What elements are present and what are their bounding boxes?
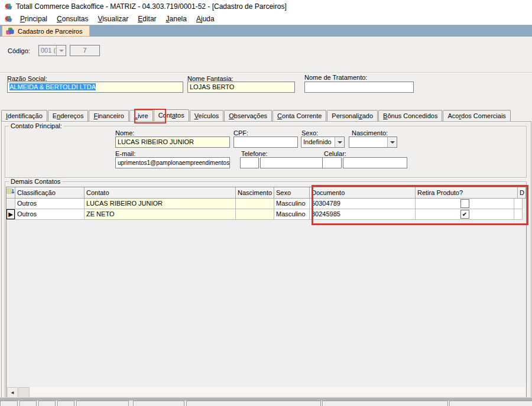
cell-classificacao[interactable]: Outros — [15, 209, 85, 220]
telefone-ddd-field[interactable] — [240, 157, 259, 168]
retira-produto-checkbox-checked[interactable]: ✔ — [460, 210, 469, 219]
cell-contato[interactable]: ZE NETO — [85, 209, 236, 220]
cell-nascimento[interactable] — [236, 209, 274, 220]
menu-ajuda[interactable]: Ajuda — [192, 13, 219, 25]
email-field[interactable]: uprimentos1@pamplonaempreendimentos.com.… — [115, 157, 230, 168]
status-bar-cell-5 — [76, 401, 129, 406]
contacts-grid: ClassificaçãoContatoNascimentoSexoDocume… — [6, 187, 527, 398]
status-bar-cell-9 — [449, 401, 532, 406]
app-icon-small — [4, 15, 13, 24]
column-header-retira-produto[interactable]: Retira Produto? — [416, 187, 518, 199]
cell-documento[interactable]: 30245985 — [310, 209, 416, 220]
status-bar-cell-4 — [57, 401, 74, 406]
cell-d[interactable] — [514, 209, 523, 220]
title-bar: Totall Commerce Backoffice - MATRIZ - 04… — [0, 0, 532, 13]
status-bar-cell-6 — [133, 401, 184, 406]
celular-ddd-field[interactable] — [322, 157, 342, 168]
menu-editar[interactable]: Editar — [133, 13, 161, 25]
razao-social-field[interactable]: ALMEIDA & BERTOLDI LTDA — [7, 82, 183, 93]
sexo-label: Sexo: — [301, 129, 318, 137]
celular-label: Celular: — [324, 150, 346, 157]
cell-retira[interactable] — [416, 199, 514, 209]
tab-identificacao[interactable]: Identificação — [1, 110, 47, 121]
column-header-documento[interactable]: Documento — [310, 187, 416, 199]
document-tab-strip: Cadastro de Parceiros — [0, 25, 532, 37]
nome-field[interactable]: LUCAS RIBEIRO JUNIOR — [115, 137, 230, 148]
cell-contato[interactable]: LUCAS RIBEIRO JUNIOR — [85, 199, 236, 209]
nome-fantasia-field[interactable]: LOJAS BERTO — [187, 82, 295, 93]
razao-social-value: ALMEIDA & BERTOLDI LTDA — [9, 83, 96, 90]
celular-numero-field[interactable] — [343, 157, 407, 168]
divider — [0, 72, 532, 73]
cell-sexo[interactable]: Masculino — [274, 209, 310, 220]
row-indicator-cell[interactable]: ▶ — [7, 209, 15, 220]
row-indicator-cell[interactable] — [7, 199, 15, 209]
tab-personalizado[interactable]: Personalizado — [327, 110, 378, 121]
doc-tab-cadastro-de-parceiros[interactable]: Cadastro de Parceiros — [2, 25, 90, 37]
grid-customize-header-cell[interactable] — [7, 187, 15, 199]
tab-livre[interactable]: Livre — [129, 110, 153, 121]
tab-observacoes[interactable]: Observações — [224, 110, 272, 121]
grid-header-row: ClassificaçãoContatoNascimentoSexoDocume… — [7, 187, 526, 199]
column-header-d[interactable]: D — [518, 187, 526, 199]
page-tabs: IdentificaçãoEndereçosFinanceiroLivreCon… — [1, 110, 511, 121]
cell-sexo[interactable]: Masculino — [274, 199, 310, 209]
cell-nascimento[interactable] — [236, 199, 274, 209]
status-bar-cell-2 — [20, 401, 37, 406]
nascimento-combo[interactable] — [349, 137, 397, 148]
menu-principal[interactable]: Principal — [15, 13, 52, 25]
tab-conta-corrente[interactable]: Conta Corrente — [273, 110, 326, 121]
codigo-combo[interactable]: 001 (M — [38, 45, 66, 56]
current-row-indicator-icon: ▶ — [8, 211, 13, 217]
cell-classificacao[interactable]: Outros — [15, 199, 85, 209]
status-bar-cell-7 — [186, 401, 321, 406]
sexo-combo[interactable]: Indefinido — [301, 137, 345, 148]
tab-financeiro[interactable]: Financeiro — [89, 110, 128, 121]
nascimento-combo-value — [349, 137, 387, 147]
chevron-down-icon[interactable] — [56, 46, 66, 56]
menu-consultas[interactable]: Consultas — [52, 13, 93, 25]
cpf-label: CPF: — [233, 129, 248, 137]
cpf-field[interactable] — [233, 137, 298, 148]
status-bar-cell-1 — [0, 401, 18, 406]
doc-tab-label: Cadastro de Parceiros — [18, 28, 82, 35]
cell-d[interactable] — [514, 199, 523, 209]
codigo-combo-value: 001 (M — [39, 46, 56, 56]
status-bar-cell-8 — [322, 401, 448, 406]
column-header-nascimento[interactable]: Nascimento — [236, 187, 274, 199]
nome-label: Nome: — [115, 129, 134, 137]
chevron-down-icon[interactable] — [387, 137, 397, 147]
menu-visualizar[interactable]: Visualizar — [93, 13, 133, 25]
sexo-combo-value: Indefinido — [301, 137, 335, 147]
tab-acordos-comerciais[interactable]: Acordos Comerciais — [443, 110, 510, 121]
column-header-sexo[interactable]: Sexo — [274, 187, 310, 199]
tab-enderecos[interactable]: Endereços — [48, 110, 89, 121]
table-row: ▶OutrosZE NETOMasculino30245985✔ — [7, 209, 526, 220]
status-bar-cell-3 — [38, 401, 56, 406]
cell-documento[interactable]: 50304789 — [310, 199, 416, 209]
column-header-contato[interactable]: Contato — [85, 187, 236, 199]
scroll-left-icon[interactable]: ◄ — [7, 387, 18, 398]
app-icon — [4, 2, 13, 11]
codigo-label: Código: — [8, 47, 30, 54]
tab-bonus-concedidos[interactable]: Bônus Concedidos — [378, 110, 442, 121]
nome-tratamento-label: Nome de Tratamento: — [304, 74, 367, 81]
retira-produto-checkbox-unchecked[interactable] — [460, 199, 469, 208]
codigo-number-field[interactable]: 7 — [70, 45, 100, 56]
nome-tratamento-field[interactable] — [304, 82, 414, 93]
nascimento-label: Nascimento: — [352, 129, 388, 137]
scrollbar-thumb[interactable] — [18, 387, 30, 398]
menu-janela[interactable]: Janela — [161, 13, 192, 25]
telefone-label: Telefone: — [241, 150, 268, 157]
app-window: Totall Commerce Backoffice - MATRIZ - 04… — [0, 0, 532, 406]
chevron-down-icon[interactable] — [335, 137, 344, 147]
column-header-classificacao[interactable]: Classificação — [15, 187, 85, 199]
grid-customize-icon — [7, 187, 15, 196]
email-label: E-mail: — [115, 150, 135, 157]
tab-contatos[interactable]: Contatos — [154, 109, 189, 121]
cell-retira[interactable]: ✔ — [416, 209, 514, 220]
partner-registry-icon — [6, 27, 14, 35]
grid-horizontal-scrollbar[interactable]: ◄ — [7, 387, 525, 397]
tab-veiculos[interactable]: Veículos — [190, 110, 224, 121]
table-row: OutrosLUCAS RIBEIRO JUNIORMasculino50304… — [7, 199, 526, 209]
